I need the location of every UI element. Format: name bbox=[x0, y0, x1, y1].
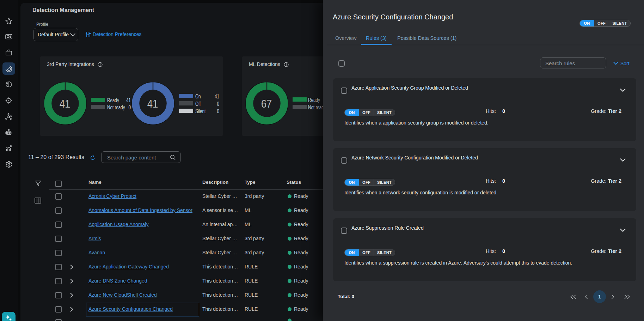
svg-text:67: 67 bbox=[261, 97, 272, 110]
svg-text:41: 41 bbox=[60, 97, 70, 110]
svg-text:41: 41 bbox=[147, 97, 158, 110]
